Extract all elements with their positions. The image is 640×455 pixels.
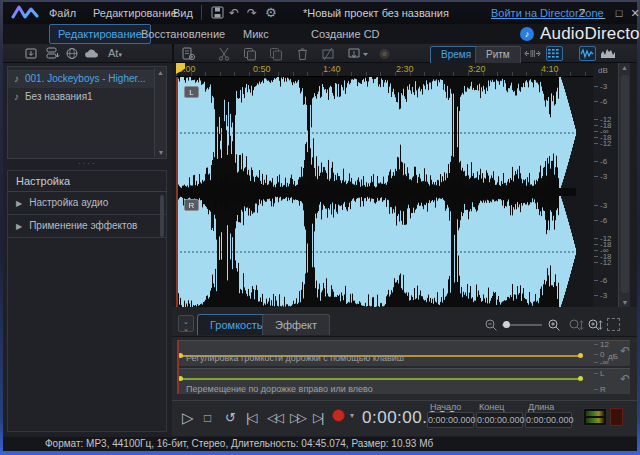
tab-create-cd[interactable]: Создание CD (303, 25, 388, 43)
scale-label: R (594, 385, 606, 394)
pan-envelope-caption: Перемещение по дорожке вправо или влево (186, 384, 373, 394)
fit-view-icon[interactable] (607, 318, 620, 331)
playhead-line (176, 77, 178, 307)
rewind-button[interactable]: ◁◁ (267, 406, 281, 430)
tab-effect[interactable]: Эффект (262, 314, 330, 335)
zoom-in-icon[interactable] (547, 318, 561, 332)
reset-volume-icon[interactable]: ↶ (620, 344, 630, 358)
vertical-zoom-in-icon[interactable] (587, 318, 603, 332)
undo-icon[interactable]: ↶ (229, 2, 239, 24)
text-tool-icon[interactable]: At▾ (108, 47, 122, 59)
list-item[interactable]: ♪Без названия1 (8, 88, 166, 106)
pan-envelope-line[interactable] (179, 378, 582, 380)
db-scale-label: -3 (594, 291, 607, 300)
media-item-label: 001. Jockeyboys - Higher... (25, 73, 146, 84)
redo-icon[interactable]: ↷ (247, 2, 257, 24)
beat-grid-icon[interactable] (546, 46, 563, 61)
zoom-out-icon[interactable] (484, 318, 498, 332)
save-icon[interactable] (211, 6, 224, 19)
settings-scrollbar[interactable] (160, 195, 164, 237)
trim-icon[interactable] (321, 47, 335, 61)
scroll-up-icon[interactable]: ▲ (619, 63, 630, 72)
title-bar: Файл Редактирование Вид ↶ ↷ ⚙ *Новый про… (3, 2, 637, 24)
envelope-keyframe[interactable] (578, 353, 583, 358)
tab-mix[interactable]: Микс (235, 25, 277, 43)
envelope-keyframe[interactable] (578, 376, 583, 381)
expand-arrow-icon[interactable]: ▶ (16, 199, 22, 208)
settings-item-effects[interactable]: ▶Применение эффектов (8, 215, 166, 238)
db-scale-header: dB (598, 66, 608, 75)
music-note-icon: ♪ (14, 73, 19, 84)
play-button[interactable]: ▷ (182, 406, 194, 430)
audiodirector-badge-icon: ♪ (520, 27, 534, 41)
settings-item-audio[interactable]: ▶Настройка аудио (8, 192, 166, 215)
minimize-button[interactable]: _ (595, 2, 609, 24)
start-field[interactable]: 0:00:00.000 (427, 412, 474, 428)
scroll-down-icon[interactable]: ▼ (619, 298, 631, 307)
length-field[interactable]: 0:00:00.000 (525, 412, 572, 428)
media-item-label: Без названия1 (25, 91, 93, 102)
record-button[interactable] (332, 409, 345, 422)
scale-label: L (594, 369, 604, 378)
go-end-button[interactable]: ▷| (313, 406, 322, 430)
ruler-tick-label: 0:50 (253, 64, 271, 74)
menu-file[interactable]: Файл (45, 2, 80, 24)
menu-edit[interactable]: Редактирование (89, 2, 181, 24)
channel-right-badge: R (184, 199, 199, 211)
scale-label: 12 (594, 340, 609, 349)
cut-icon[interactable] (217, 47, 231, 61)
app-window: Файл Редактирование Вид ↶ ↷ ⚙ *Новый про… (0, 0, 640, 455)
directorzone-download-icon[interactable] (65, 47, 79, 60)
import-media-icon[interactable] (25, 47, 39, 60)
close-button[interactable]: ✕ (628, 2, 640, 24)
waveform-view-icon[interactable] (579, 46, 596, 61)
maximize-button[interactable]: □ (612, 2, 626, 24)
scrollbar-thumb[interactable] (621, 75, 629, 293)
loop-button[interactable]: ↺ (225, 406, 236, 430)
help-button[interactable]: ? (575, 2, 589, 24)
stretch-icon[interactable] (524, 46, 541, 61)
collapse-panel-icon[interactable]: ⌄⌄ (178, 315, 194, 332)
reset-pan-icon[interactable]: ↶ (620, 372, 630, 386)
preview-icon[interactable] (377, 47, 392, 61)
zoom-slider-handle[interactable] (503, 321, 510, 328)
start-field-label: Начало (430, 402, 461, 412)
scale-label: -∞ (594, 358, 608, 367)
status-bar: Формат: MP3, 44100Гц, 16-бит, Стерео, Дл… (3, 437, 637, 451)
menu-view[interactable]: Вид (169, 2, 197, 24)
ruler-tick-label: 1:40 (323, 64, 341, 74)
volume-envelope-row[interactable]: Регулировка громкости дорожки с помощью … (177, 340, 630, 366)
end-field[interactable]: 0:00:00.000 (476, 412, 523, 428)
playhead-line (177, 340, 179, 394)
db-scale-label: -6 (594, 157, 607, 166)
cloud-icon[interactable] (84, 48, 99, 59)
scroll-down-icon[interactable]: ▼ (155, 148, 167, 157)
media-list-scrollbar[interactable]: ▲ ▼ (154, 68, 166, 157)
settings-icon[interactable]: ⚙ (265, 2, 277, 24)
panel-splitter[interactable]: ···· (78, 159, 97, 168)
pan-envelope-row[interactable]: Перемещение по дорожке вправо или влево (177, 368, 630, 394)
marker-icon[interactable] (347, 47, 369, 61)
db-scale-label: -6 (594, 276, 607, 285)
db-scale-label: -12 (594, 139, 612, 148)
go-start-button[interactable]: |◁ (246, 406, 255, 430)
scroll-up-icon[interactable]: ▲ (155, 68, 166, 77)
timeline-ruler[interactable]: 0:000:501:402:303:204:10 (176, 63, 593, 77)
delete-icon[interactable] (296, 47, 309, 61)
expand-arrow-icon[interactable]: ▶ (16, 222, 22, 231)
beat-mode-button[interactable]: Ритм (475, 46, 521, 64)
spectral-view-icon[interactable] (600, 46, 617, 61)
paste-icon[interactable] (269, 47, 283, 61)
copy-icon[interactable] (243, 47, 257, 61)
record-dropdown-icon[interactable]: ▾ (350, 411, 354, 420)
properties-icon[interactable] (182, 47, 196, 61)
vertical-zoom-out-icon[interactable] (568, 318, 584, 332)
waveform-canvas[interactable] (176, 77, 593, 307)
forward-button[interactable]: ▷▷ (290, 406, 304, 430)
list-item[interactable]: ♪001. Jockeyboys - Higher... (8, 70, 166, 88)
tab-restore[interactable]: Восстановление (133, 25, 233, 43)
stop-button[interactable]: □ (204, 406, 211, 430)
import-library-icon[interactable] (46, 47, 60, 60)
volume-envelope-caption: Регулировка громкости дорожки с помощью … (186, 353, 404, 363)
waveform-scrollbar[interactable]: ▲ ▼ (618, 63, 630, 307)
